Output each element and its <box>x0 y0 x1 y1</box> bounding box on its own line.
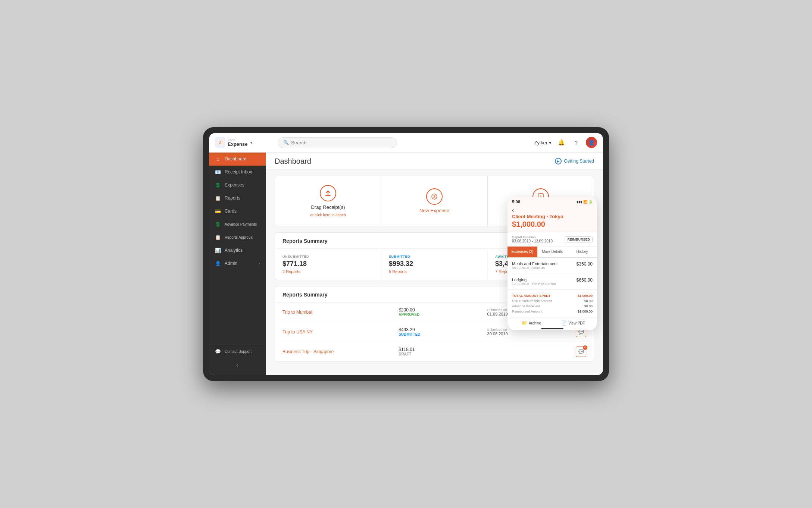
drag-receipt-icon <box>320 185 336 201</box>
submitted-amount: $993.32 <box>389 260 480 268</box>
sidebar-item-receipt-inbox[interactable]: 📧 Receipt Inbox <box>209 166 266 179</box>
mobile-card: 5:08 ▮▮▮ 📶 🔋 ‹ Client Meeting - Tokyo $ <box>508 197 597 330</box>
sidebar-item-analytics[interactable]: 📊 Analytics <box>209 244 266 257</box>
mobile-exp-info-0: Meals and Entertainment 05.09.2019 | Azu… <box>512 261 558 270</box>
archive-icon: 📁 <box>522 320 527 326</box>
cards-icon: 💳 <box>215 208 221 214</box>
expenses-icon: 💲 <box>215 182 221 188</box>
total-row-0: TOTAL AMOUNT SPENT $1,000.00 <box>512 293 593 298</box>
battery-icon: 🔋 <box>588 200 593 204</box>
report-amount-2: $118.01 <box>399 347 481 352</box>
submitted-label: SUBMITTED <box>389 255 480 258</box>
summary-unsubmitted: UNSUBMITTED $771.18 2 Reports <box>275 249 381 280</box>
svg-text:Z: Z <box>219 141 221 145</box>
mobile-exp-name-0: Meals and Entertainment <box>512 261 558 266</box>
sidebar-label-reports: Reports <box>225 195 240 201</box>
report-status-0: APPROVED <box>399 313 481 317</box>
sidebar-item-expenses[interactable]: 💲 Expenses <box>209 179 266 192</box>
top-right: Zylker ▾ 🔔 ? 👤 <box>534 137 597 148</box>
new-expense-card[interactable]: $ New Expense <box>381 176 488 226</box>
report-amount-1: $493.29 <box>399 327 481 332</box>
mobile-exp-info-1: Lodging 12.09.2019 | The Ritz-Carlton <box>512 277 556 286</box>
unsubmitted-link[interactable]: 2 Reports <box>282 269 374 274</box>
summary-submitted: SUBMITTED $993.32 5 Reports <box>381 249 488 280</box>
total-row-1: Non Reimbursable Amount $0.00 <box>512 298 593 304</box>
mobile-exp-amount-0: $350.00 <box>577 261 593 267</box>
mobile-totals: TOTAL AMOUNT SPENT $1,000.00 Non Reimbur… <box>508 289 597 317</box>
getting-started-button[interactable]: ▶ Getting Started <box>555 158 594 164</box>
mobile-meta-left: Report Duration 03.08.2019 - 13.09.2019 <box>512 235 553 243</box>
chat-badge-2: 0 <box>583 345 587 350</box>
avatar[interactable]: 👤 <box>586 137 597 148</box>
advance-payments-icon: 💲 <box>215 222 221 227</box>
search-bar[interactable]: 🔍 <box>278 137 397 148</box>
sidebar-item-contact-support[interactable]: 💬 Contact Support <box>209 345 266 358</box>
report-status-2: DRAFT <box>399 352 481 356</box>
pdf-icon: 📄 <box>561 320 567 326</box>
archive-button[interactable]: 📁 Archive <box>512 320 551 326</box>
mobile-exp-name-1: Lodging <box>512 277 556 282</box>
mobile-exp-detail-0: 05.09.2019 | Azure 45 <box>512 266 558 270</box>
view-pdf-button[interactable]: 📄 View PDF <box>554 320 593 326</box>
mobile-tabs: Expenses (2) More Details History <box>508 247 597 258</box>
sidebar-item-cards[interactable]: 💳 Cards <box>209 205 266 218</box>
mobile-time: 5:08 <box>512 200 520 204</box>
total-val-3: $1,000.00 <box>578 310 593 313</box>
top-bar: Z Zoho Expense ▾ 🔍 Zylker ▾ 🔔 ? <box>209 133 603 153</box>
signal-icon: ▮▮▮ <box>577 200 582 204</box>
notification-icon[interactable]: 🔔 <box>556 137 566 148</box>
sidebar-item-dashboard[interactable]: ⌂ Dashboard <box>209 153 266 166</box>
admin-icon: 👤 <box>215 261 221 266</box>
list-item: Meals and Entertainment 05.09.2019 | Azu… <box>512 258 593 274</box>
mobile-meta: Report Duration 03.08.2019 - 13.09.2019 … <box>508 232 597 247</box>
report-name-1[interactable]: Trip to USA NY <box>282 329 393 335</box>
receipt-inbox-icon: 📧 <box>215 169 221 175</box>
list-item: Lodging 12.09.2019 | The Ritz-Carlton $6… <box>512 274 593 289</box>
org-chevron-icon: ▾ <box>549 140 552 145</box>
reports-approval-icon: 📋 <box>215 235 221 240</box>
sidebar-item-advance-payments[interactable]: 💲 Advance Payments <box>209 218 266 231</box>
mobile-expense-list: Meals and Entertainment 05.09.2019 | Azu… <box>508 258 597 289</box>
sidebar-item-admin[interactable]: 👤 Admin › <box>209 257 266 270</box>
mobile-back-button[interactable]: ‹ <box>512 207 593 214</box>
sidebar-collapse-button[interactable]: ‹ <box>209 358 266 372</box>
svg-rect-2 <box>325 195 331 196</box>
mobile-status-bar: 5:08 ▮▮▮ 📶 🔋 <box>508 197 597 206</box>
drag-receipt-card[interactable]: Drag Receipt(s) or click here to attach <box>275 176 381 226</box>
admin-chevron-icon: › <box>259 261 260 266</box>
report-chat-button-2[interactable]: 💬 0 <box>576 346 586 357</box>
sidebar-label-expenses: Expenses <box>225 182 244 188</box>
help-icon[interactable]: ? <box>571 137 581 148</box>
logo-area[interactable]: Z Zoho Expense ▾ <box>215 137 272 148</box>
search-input[interactable] <box>291 140 391 145</box>
sidebar-item-reports[interactable]: 📋 Reports <box>209 192 266 205</box>
sidebar-label-advance-payments: Advance Payments <box>225 222 257 226</box>
report-name-0[interactable]: Trip to Mumbai <box>282 310 393 315</box>
analytics-icon: 📊 <box>215 248 221 253</box>
duration-label: Report Duration <box>512 235 553 239</box>
mobile-exp-detail-1: 12.09.2019 | The Ritz-Carlton <box>512 282 556 286</box>
total-label-2: Advance Received <box>512 304 540 308</box>
mobile-footer: 📁 Archive 📄 View PDF <box>508 317 597 329</box>
sidebar-label-contact-support: Contact Support <box>225 349 252 354</box>
total-val-0: $1,000.00 <box>578 294 593 298</box>
tab-expenses[interactable]: Expenses (2) <box>508 247 537 257</box>
mobile-report-title: Client Meeting - Tokyo <box>512 214 593 219</box>
tab-more-details[interactable]: More Details <box>537 247 567 257</box>
sidebar-item-reports-approval[interactable]: 📋 Reports Approval <box>209 231 266 244</box>
total-val-1: $0.00 <box>584 299 593 303</box>
total-val-2: $0.00 <box>584 304 593 308</box>
sidebar-spacer <box>209 270 266 345</box>
page-title: Dashboard <box>275 157 311 166</box>
new-expense-title: New Expense <box>419 208 449 213</box>
tab-history[interactable]: History <box>567 247 597 257</box>
unsubmitted-label: UNSUBMITTED <box>282 255 374 258</box>
org-selector[interactable]: Zylker ▾ <box>534 140 552 145</box>
collapse-icon: ‹ <box>236 362 238 369</box>
report-name-2[interactable]: Business Trip - Singapore <box>282 349 393 354</box>
submitted-link[interactable]: 5 Reports <box>389 269 480 274</box>
org-name-label: Zylker <box>534 140 547 145</box>
mobile-icons: ▮▮▮ 📶 🔋 <box>577 200 593 204</box>
new-expense-icon: $ <box>426 188 443 205</box>
report-amount-0: $200.00 <box>399 307 481 313</box>
